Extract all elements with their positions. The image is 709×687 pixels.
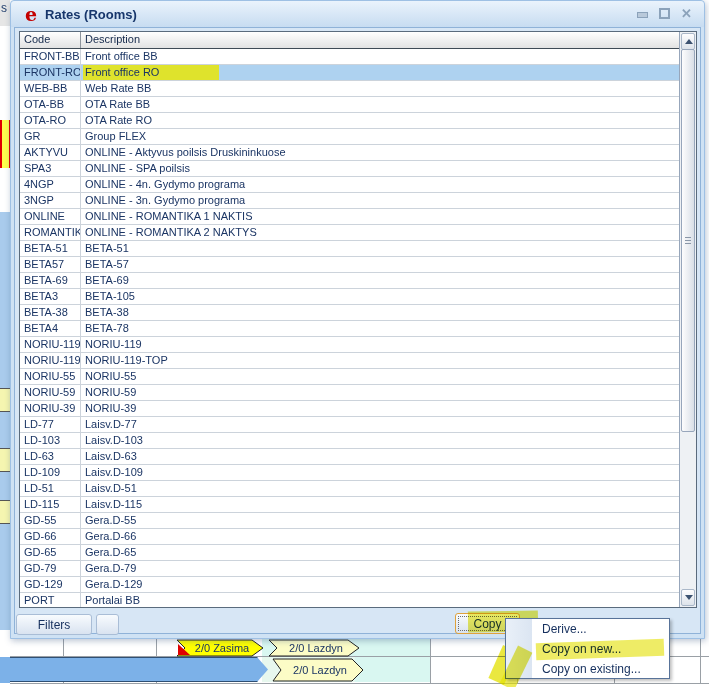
cell-code: FRONT-BB	[20, 49, 81, 64]
cell-code: BETA3	[20, 289, 81, 304]
cell-description: Laisv.D-115	[81, 497, 679, 512]
table-row[interactable]: NORIU-39 NORIU-39	[20, 401, 679, 417]
cell-code: NORIU-39	[20, 401, 81, 416]
table-body: FRONT-BB Front office BB FRONT-RO Front …	[20, 49, 679, 607]
table-row[interactable]: NORIU-119- NORIU-119-TOP	[20, 353, 679, 369]
cell-code: GR	[20, 129, 81, 144]
table-row[interactable]: 4NGP ONLINE - 4n. Gydymo programa	[20, 177, 679, 193]
table-header: Code Description	[20, 32, 696, 49]
column-header-description[interactable]: Description	[81, 32, 696, 48]
schedule-cell-cyan	[355, 657, 430, 682]
cell-code: LD-77	[20, 417, 81, 432]
table-row[interactable]: FRONT-BB Front office BB	[20, 49, 679, 65]
close-icon[interactable]: ✕	[681, 8, 692, 19]
cell-description: ONLINE - ROMANTIKA 2 NAKTYS	[81, 225, 679, 240]
cell-code: ROMANTIKA	[20, 225, 81, 240]
cell-code: NORIU-59	[20, 385, 81, 400]
cell-code: GD-79	[20, 561, 81, 576]
cell-description: Laisv.D-109	[81, 465, 679, 480]
menu-item[interactable]: Derive...	[506, 619, 669, 639]
reservation-bar[interactable]	[10, 657, 268, 682]
table-row[interactable]: LD-51 Laisv.D-51	[20, 481, 679, 497]
table-row[interactable]: BETA57 BETA-57	[20, 257, 679, 273]
booking-tag[interactable]: 2/0 Zasima	[176, 639, 264, 657]
table-row[interactable]: GD-66 Gera.D-66	[20, 529, 679, 545]
copy-context-menu: Derive... Copy on new... Copy on existin…	[505, 618, 670, 679]
filters-expand-button[interactable]	[96, 614, 119, 635]
cell-code: GD-66	[20, 529, 81, 544]
table-row[interactable]: SPA3 ONLINE - SPA poilsis	[20, 161, 679, 177]
background-fragment	[0, 448, 10, 472]
table-row[interactable]: GR Group FLEX	[20, 129, 679, 145]
table-row[interactable]: FRONT-RO Front office RO	[20, 65, 679, 81]
booking-tag[interactable]: 2/0 Lazdyn	[272, 658, 364, 682]
table-row[interactable]: GD-79 Gera.D-79	[20, 561, 679, 577]
filters-button[interactable]: Filters	[16, 614, 92, 635]
table-row[interactable]: LD-103 Laisv.D-103	[20, 433, 679, 449]
table-row[interactable]: ROMANTIKA ONLINE - ROMANTIKA 2 NAKTYS	[20, 225, 679, 241]
cell-code: LD-103	[20, 433, 81, 448]
grid-line	[10, 683, 709, 684]
cell-description: ONLINE - ROMANTIKA 1 NAKTIS	[81, 209, 679, 224]
cell-code: LD-115	[20, 497, 81, 512]
table-row[interactable]: NORIU-59 NORIU-59	[20, 385, 679, 401]
table-row[interactable]: OTA-RO OTA Rate RO	[20, 113, 679, 129]
restore-icon[interactable]	[659, 8, 670, 19]
scroll-up-button[interactable]	[681, 33, 695, 50]
menu-item[interactable]: Copy on new...	[506, 639, 669, 659]
table-row[interactable]: GD-55 Gera.D-55	[20, 513, 679, 529]
cell-description: ONLINE - 3n. Gydymo programa	[81, 193, 679, 208]
cell-code: ONLINE	[20, 209, 81, 224]
highlighted-description-text: Front office RO	[83, 65, 219, 80]
background-fragment	[0, 630, 10, 657]
column-header-code[interactable]: Code	[20, 32, 81, 48]
table-row[interactable]: ONLINE ONLINE - ROMANTIKA 1 NAKTIS	[20, 209, 679, 225]
background-fragment	[0, 657, 10, 683]
cell-description: ONLINE - 4n. Gydymo programa	[81, 177, 679, 192]
cell-code: BETA-69	[20, 273, 81, 288]
table-row[interactable]: NORIU-55 NORIU-55	[20, 369, 679, 385]
table-row[interactable]: OTA-BB OTA Rate BB	[20, 97, 679, 113]
arrow-down-icon	[685, 595, 693, 600]
table-row[interactable]: LD-109 Laisv.D-109	[20, 465, 679, 481]
scrollbar-thumb[interactable]	[681, 49, 695, 432]
table-row[interactable]: PORT Portalai BB	[20, 593, 679, 607]
table-row[interactable]: LD-63 Laisv.D-63	[20, 449, 679, 465]
table-row[interactable]: LD-77 Laisv.D-77	[20, 417, 679, 433]
booking-tag[interactable]: 2/0 Lazdyn	[268, 639, 360, 657]
vertical-scrollbar[interactable]	[679, 32, 696, 607]
table-row[interactable]: GD-129 Gera.D-129	[20, 577, 679, 593]
table-row[interactable]: NORIU-119 NORIU-119	[20, 337, 679, 353]
cell-code: GD-129	[20, 577, 81, 592]
table-row[interactable]: AKTYVU ONLINE - Aktyvus poilsis Druskini…	[20, 145, 679, 161]
cell-description: Gera.D-129	[81, 577, 679, 592]
scroll-down-button[interactable]	[681, 589, 695, 606]
table-row[interactable]: BETA-51 BETA-51	[20, 241, 679, 257]
minimize-icon[interactable]	[637, 8, 648, 19]
table-row[interactable]: WEB-BB Web Rate BB	[20, 81, 679, 97]
cell-description: Laisv.D-51	[81, 481, 679, 496]
cell-description: ONLINE - Aktyvus poilsis Druskininkuose	[81, 145, 679, 160]
table-row[interactable]: BETA-69 BETA-69	[20, 273, 679, 289]
title-bar[interactable]: e Rates (Rooms) ✕	[11, 1, 704, 27]
app-logo-icon: e	[25, 5, 37, 24]
cell-description: Front office BB	[81, 49, 679, 64]
cell-description: Laisv.D-103	[81, 433, 679, 448]
cell-description: OTA Rate BB	[81, 97, 679, 112]
menu-item[interactable]: Copy on existing...	[506, 659, 669, 679]
arrow-up-icon	[685, 39, 693, 44]
cell-description: BETA-78	[81, 321, 679, 336]
table-row[interactable]: GD-65 Gera.D-65	[20, 545, 679, 561]
table-row[interactable]: LD-115 Laisv.D-115	[20, 497, 679, 513]
cell-description: ONLINE - SPA poilsis	[81, 161, 679, 176]
cell-code: BETA-38	[20, 305, 81, 320]
grid-line	[430, 639, 431, 684]
background-fragment	[0, 120, 10, 168]
svg-text:2/0 Lazdyn: 2/0 Lazdyn	[293, 664, 347, 676]
table-row[interactable]: BETA-38 BETA-38	[20, 305, 679, 321]
table-row[interactable]: 3NGP ONLINE - 3n. Gydymo programa	[20, 193, 679, 209]
table-row[interactable]: BETA3 BETA-105	[20, 289, 679, 305]
table-row[interactable]: BETA4 BETA-78	[20, 321, 679, 337]
cell-description: BETA-38	[81, 305, 679, 320]
cell-description: Portalai BB	[81, 593, 679, 607]
